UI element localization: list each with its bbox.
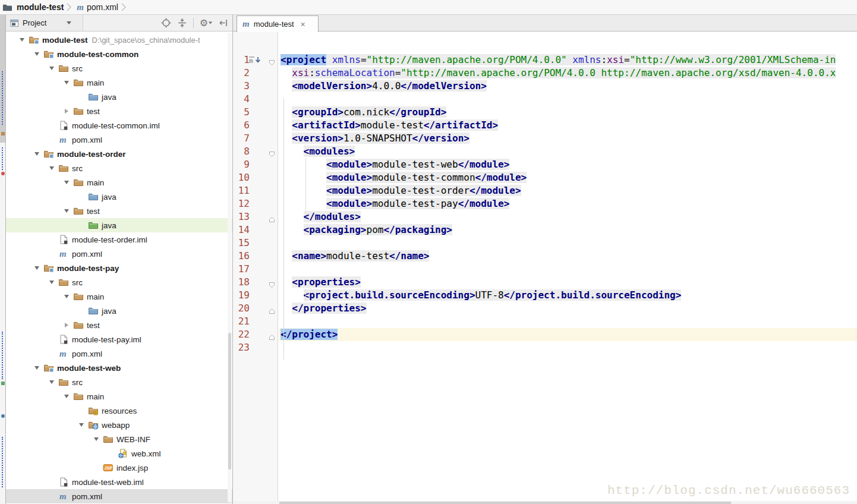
tree-row-module-test-order.iml[interactable]: module-test-order.iml	[6, 232, 233, 247]
tree-row-module-test-common[interactable]: module-test-common	[6, 47, 233, 61]
tree-row-pom.xml[interactable]: mpom.xml	[6, 247, 233, 261]
chevron-expanded-icon[interactable]	[90, 432, 103, 446]
tree-row-src[interactable]: src	[6, 61, 233, 75]
tree-row-main[interactable]: main	[6, 389, 233, 404]
tree-row-label: module-test	[42, 36, 88, 45]
chevron-expanded-icon[interactable]	[30, 147, 43, 161]
tree-row-module-test-web[interactable]: module-test-web	[6, 361, 233, 375]
tree-row-webapp[interactable]: webapp	[6, 418, 233, 432]
chevron-expanded-icon[interactable]	[60, 75, 73, 90]
close-icon[interactable]: ×	[301, 20, 305, 29]
chevron-expanded-icon[interactable]	[30, 361, 43, 375]
tree-row-WEB-INF[interactable]: WEB-INF	[6, 432, 233, 446]
tree-row-module-test-web.iml[interactable]: module-test-web.iml	[6, 475, 233, 489]
hide-panel-icon[interactable]	[219, 18, 228, 28]
code-line-3[interactable]: <modelVersion>4.0.0</modelVersion>	[281, 80, 487, 93]
code-line-13[interactable]: </modules>	[281, 210, 361, 223]
chevron-expanded-icon[interactable]	[45, 161, 58, 175]
chevron-collapsed-icon[interactable]	[60, 104, 73, 118]
settings-gear-icon[interactable]: ⚙	[200, 18, 213, 28]
tree-row-module-test-pay[interactable]: module-test-pay	[6, 261, 233, 275]
tree-row-web.xml[interactable]: web.xml	[6, 446, 233, 461]
tree-row-module-test[interactable]: module-testD:\git_space\os_china\module-…	[6, 33, 233, 47]
fold-marker-open[interactable]	[269, 148, 276, 161]
project-view-selector[interactable]: Project	[6, 15, 83, 31]
code-line-12[interactable]: <module>module-test-pay</module>	[281, 197, 509, 210]
tree-row-module-test-common.iml[interactable]: module-test-common.iml	[6, 118, 233, 133]
tree-row-label: src	[72, 64, 83, 73]
chevron-expanded-icon[interactable]	[60, 289, 73, 304]
breadcrumb-item-module[interactable]: module-test	[2, 2, 64, 12]
chevron-expanded-icon[interactable]	[45, 375, 58, 389]
tree-row-pom.xml[interactable]: mpom.xml	[6, 346, 233, 361]
code-line-8[interactable]: <modules>	[281, 145, 355, 158]
code-line-9[interactable]: <module>module-test-web</module>	[281, 158, 509, 171]
code-line-11[interactable]: <module>module-test-order</module>	[281, 184, 521, 197]
chevron-expanded-icon[interactable]	[15, 33, 29, 47]
chevron-expanded-icon[interactable]	[60, 175, 73, 190]
code-line-6[interactable]: <artifactId>module-test</artifactId>	[281, 119, 498, 132]
code-line-20[interactable]: </properties>	[281, 302, 367, 315]
tree-row-src[interactable]: src	[6, 375, 233, 389]
editor-code-area[interactable]: 1m<project xmlns="http://maven.apache.or…	[233, 32, 857, 504]
chevron-expanded-icon[interactable]	[60, 389, 73, 404]
editor-horizontal-scrollbar[interactable]	[233, 501, 857, 504]
folder-icon	[2, 2, 14, 12]
code-line-7[interactable]: <version>1.0-SNAPSHOT</version>	[281, 132, 470, 145]
stripe-globe-mark	[1, 414, 5, 418]
tree-row-src[interactable]: src	[6, 275, 233, 289]
tree-row-module-test-pay.iml[interactable]: module-test-pay.iml	[6, 332, 233, 346]
tree-row-java[interactable]: java	[6, 218, 233, 232]
fold-marker-close[interactable]	[269, 213, 276, 226]
tree-row-main[interactable]: main	[6, 175, 233, 190]
fold-marker-close[interactable]	[269, 305, 276, 318]
tree-row-pom.xml[interactable]: mpom.xml	[6, 489, 233, 503]
tree-row-main[interactable]: main	[6, 289, 233, 304]
scrollbar-thumb[interactable]	[228, 333, 231, 470]
project-tree[interactable]: module-testD:\git_space\os_china\module-…	[6, 33, 233, 504]
code-line-22[interactable]: </project>	[281, 328, 338, 341]
scrollbar-thumb[interactable]	[279, 502, 731, 504]
fold-marker-close[interactable]	[269, 331, 276, 344]
fold-marker-open[interactable]	[269, 279, 276, 292]
tree-row-src[interactable]: src	[6, 161, 233, 175]
code-line-1[interactable]: <project xmlns="http://maven.apache.org/…	[281, 53, 836, 67]
tree-row-main[interactable]: main	[6, 75, 233, 90]
stripe-folder-mark	[1, 132, 5, 136]
code-line-10[interactable]: <module>module-test-common</module>	[281, 171, 527, 184]
chevron-expanded-icon[interactable]	[75, 418, 88, 432]
code-line-19[interactable]: <project.build.sourceEncoding>UTF-8</pro…	[281, 289, 681, 302]
chevron-expanded-icon[interactable]	[60, 204, 73, 218]
locate-target-icon[interactable]	[161, 18, 171, 28]
tree-row-index.jsp[interactable]: JSPindex.jsp	[6, 461, 233, 475]
code-line-14[interactable]: <packaging>pom</packaging>	[281, 223, 452, 237]
tree-row-java[interactable]: java	[6, 190, 233, 204]
tree-row-test[interactable]: test	[6, 104, 233, 118]
tree-row-java[interactable]: java	[6, 304, 233, 318]
code-line-16[interactable]: <name>module-test</name>	[281, 250, 429, 263]
tree-row-module-test-order[interactable]: module-test-order	[6, 147, 233, 161]
collapse-all-icon[interactable]	[177, 18, 187, 28]
chevron-expanded-icon[interactable]	[45, 275, 58, 289]
code-line-5[interactable]: <groupId>com.nick</groupId>	[281, 106, 446, 119]
tree-row-test[interactable]: test	[6, 204, 233, 218]
tree-row-pom.xml[interactable]: mpom.xml	[6, 133, 233, 147]
chevron-collapsed-icon[interactable]	[60, 318, 73, 332]
tree-row-label: main	[87, 292, 104, 301]
tool-window-stripe[interactable]	[0, 15, 6, 504]
code-line-18[interactable]: <properties>	[281, 276, 361, 289]
tab-module-test[interactable]: m module-test ×	[237, 15, 319, 32]
chevron-expanded-icon[interactable]	[45, 61, 58, 75]
code-line-2[interactable]: xsi:schemaLocation="http://maven.apache.…	[281, 67, 836, 80]
breadcrumb-item-pom[interactable]: m pom.xml	[77, 2, 118, 12]
project-tree-scrollbar[interactable]	[228, 33, 232, 502]
tree-row-test[interactable]: test	[6, 318, 233, 332]
fold-marker-open[interactable]	[269, 56, 276, 70]
chevron-expanded-icon[interactable]	[30, 47, 43, 61]
maven-refresh-icon[interactable]: m	[248, 55, 261, 68]
chevron-expanded-icon[interactable]	[30, 261, 43, 275]
tree-row-java[interactable]: java	[6, 90, 233, 104]
tree-row-resources[interactable]: resources	[6, 404, 233, 418]
tree-row-label: pom.xml	[72, 492, 102, 501]
stripe-dotted-label	[2, 332, 3, 379]
